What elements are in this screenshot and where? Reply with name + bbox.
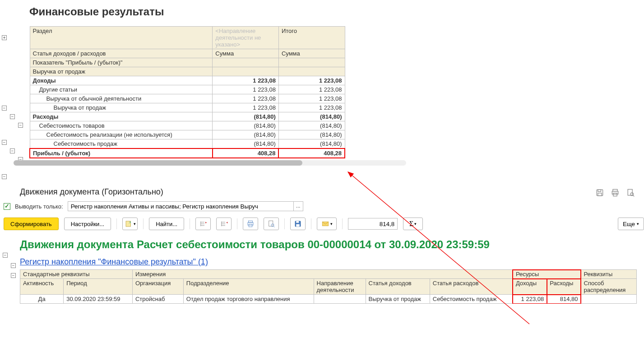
register-link[interactable]: Регистр накопления "Финансовые результат… [20,257,644,267]
col-method: Способ распределения [581,279,636,295]
col-period: Период [64,279,133,295]
form-button[interactable]: Сформировать [4,218,59,230]
header-article: Статья доходов / расходов [30,49,213,58]
header-total: Итого [278,27,345,49]
collapse-icon[interactable]: − [2,174,7,179]
group-std: Стандартные реквизиты [20,270,133,279]
group-req: Реквизиты [581,270,636,279]
svg-line-25 [273,226,274,227]
header-direction: <Направление деятельности не указано> [213,27,279,49]
preview-icon[interactable] [626,188,635,197]
register-table: Стандартные реквизиты Измерения Ресурсы … [20,269,637,304]
header-revenue: Выручка от продаж [30,67,213,76]
row-income[interactable]: Доходы1 223,081 223,08 [30,76,345,85]
col-direction: Направление деятельности [314,279,366,295]
row-cost-real[interactable]: Себестоимость реализации (не используетс… [30,130,345,139]
collapse-icon[interactable]: − [11,263,16,268]
svg-rect-27 [296,221,299,223]
filter-input[interactable] [68,201,293,211]
print-icon[interactable] [611,188,620,197]
col-income: Доходы [513,279,547,295]
svg-rect-28 [296,224,300,227]
svg-rect-20 [249,221,253,222]
sigma-button[interactable]: Σ▾ [403,218,423,230]
expand-groups-button[interactable]: ▸ [195,218,211,230]
col-activity: Активность [20,279,64,295]
col-art-income: Статья доходов [366,279,430,295]
header-section: Раздел [30,27,213,49]
svg-rect-1 [598,190,601,191]
table-row[interactable]: Да 30.09.2020 23:59:59 Стройснаб Отдел п… [20,295,637,304]
document-title: Движения документа Расчет себестоимости … [20,238,644,251]
svg-rect-23 [269,221,273,226]
row-other[interactable]: Другие статьи1 223,081 223,08 [30,85,345,94]
group-res: Ресурсы [513,270,581,279]
filter-label: Выводить только: [15,203,63,210]
search-input[interactable] [348,218,398,230]
col-org: Организация [132,279,183,295]
svg-rect-21 [248,222,253,225]
expand-icon[interactable]: + [2,35,7,40]
collapse-icon[interactable]: − [2,106,7,111]
collapse-icon[interactable]: − [10,114,15,119]
restore-settings-button[interactable]: ▾ [122,218,138,230]
report-title: Финансовые результаты [29,5,345,18]
collapse-groups-button[interactable]: ◂ [216,218,232,230]
preview-button[interactable] [264,218,279,230]
row-cost-sales[interactable]: Себестоимость продаж(814,80)(814,80) [30,139,345,149]
header-sum2: Сумма [278,49,345,58]
financial-results-table: Раздел <Направление деятельности не указ… [29,26,345,158]
svg-text:▸: ▸ [205,221,207,224]
collapse-icon[interactable]: − [3,253,8,258]
scrollbar-thumb[interactable] [14,160,302,166]
print-button[interactable] [243,218,258,230]
col-expense: Расходы [547,279,581,295]
svg-rect-2 [598,193,602,195]
svg-line-8 [633,195,635,196]
save-icon[interactable] [595,188,604,197]
svg-rect-3 [613,189,617,191]
header-sum1: Сумма [213,49,279,58]
row-rev-ord[interactable]: Выручка от обычной деятельности1 223,081… [30,94,345,103]
row-expense[interactable]: Расходы(814,80)(814,80) [30,112,345,121]
row-profit[interactable]: Прибыль / (убыток)408,28408,28 [30,148,345,158]
svg-rect-22 [249,224,252,227]
filter-more-button[interactable]: ... [293,201,303,211]
collapse-icon[interactable]: − [10,148,15,153]
more-button[interactable]: Еще▾ [618,218,644,230]
find-button[interactable]: Найти... [149,218,184,230]
collapse-icon[interactable]: − [18,123,23,128]
email-button[interactable]: ▾ [317,218,337,230]
group-dim: Измерения [132,270,513,279]
row-rev-sales[interactable]: Выручка от продаж1 223,081 223,08 [30,103,345,112]
movements-title: Движения документа (Горизонтально) [20,187,163,197]
settings-button[interactable]: Настройки... [64,218,111,230]
svg-text:◂: ◂ [226,221,228,224]
row-cost-goods[interactable]: Себестоимость товаров(814,80)(814,80) [30,121,345,130]
header-indicator: Показатель "Прибыль / (убыток)" [30,58,213,67]
collapse-icon[interactable]: − [11,273,16,278]
svg-rect-6 [628,189,632,195]
col-art-expense: Статья расходов [430,279,513,295]
collapse-icon[interactable]: − [2,140,7,145]
col-dept: Подразделение [183,279,314,295]
output-only-checkbox[interactable] [4,203,10,210]
svg-rect-5 [613,193,617,196]
save-report-button[interactable] [290,218,306,230]
horizontal-scrollbar[interactable] [14,160,406,166]
